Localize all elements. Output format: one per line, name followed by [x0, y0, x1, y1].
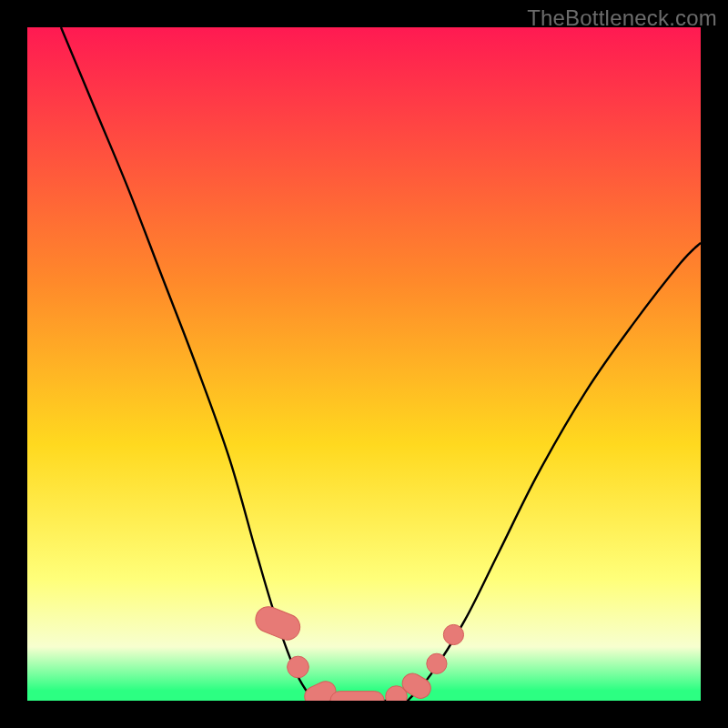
gradient-background	[27, 27, 701, 701]
curve-marker	[288, 656, 309, 678]
plot-area	[27, 27, 701, 701]
curve-marker	[427, 653, 447, 673]
curve-marker	[330, 692, 384, 701]
bottleneck-chart	[27, 27, 701, 701]
outer-frame: TheBottleneck.com	[0, 0, 728, 728]
curve-marker	[443, 624, 463, 644]
